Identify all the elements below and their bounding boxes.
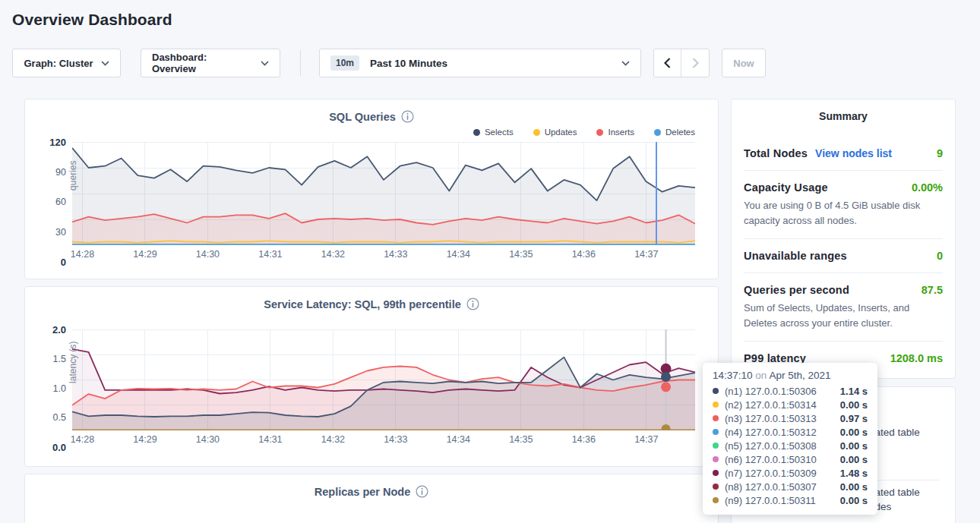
service-latency-chart-card: Service Latency: SQL, 99th percentile 2.…: [24, 286, 719, 467]
node-color-dot: [713, 415, 719, 421]
node-color-dot: [713, 470, 719, 476]
info-icon[interactable]: [401, 110, 414, 125]
legend-item-deletes: Deletes: [654, 125, 695, 139]
time-step-forward-button[interactable]: [681, 49, 709, 77]
summary-row-unavailable: Unavailable ranges 0: [744, 250, 943, 262]
chart-hover-tooltip: 14:37:10 on Apr 5th, 2021 (n1) 127.0.0.1…: [703, 363, 877, 515]
time-range-label: Past 10 Minutes: [370, 58, 621, 69]
node-color-dot: [713, 402, 719, 408]
tooltip-node-row: (n6) 127.0.0.1:503100.00 s: [713, 452, 868, 466]
unavailable-ranges-value: 0: [937, 250, 943, 262]
tooltip-node-row: (n3) 127.0.0.1:503130.97 s: [713, 411, 868, 425]
x-tick-label: 14:36: [572, 434, 596, 445]
capacity-usage-desc: You are using 0 B of 4.5 GiB usable disk…: [744, 198, 943, 228]
x-tick-label: 14:33: [384, 434, 407, 445]
dashboard-dropdown[interactable]: Dashboard: Overview: [141, 49, 280, 77]
tooltip-node-row: (n8) 127.0.0.1:503070.00 s: [713, 480, 868, 493]
now-button-label: Now: [733, 58, 754, 69]
y-axis-label: queries: [68, 134, 78, 217]
x-tick-label: 14:32: [321, 249, 345, 260]
x-tick-label: 14:28: [71, 434, 94, 445]
chart-title: Replicas per Node: [315, 486, 411, 498]
node-color-dot: [713, 388, 719, 394]
graph-scope-dropdown[interactable]: Graph: Cluster: [12, 49, 121, 77]
node-latency-value: 1.48 s: [840, 468, 868, 479]
legend-dot: [473, 129, 480, 136]
y-tick-label: 90: [55, 167, 66, 178]
y-axis-label: latency (s): [68, 320, 78, 404]
summary-title: Summary: [744, 99, 943, 122]
x-tick-label: 14:29: [133, 434, 156, 445]
legend-dot: [654, 129, 661, 136]
capacity-usage-label: Capacity Usage: [744, 181, 828, 194]
y-tick-label: 60: [55, 197, 66, 207]
y-tick-label: 1.0: [53, 383, 66, 394]
legend-dot: [533, 129, 540, 136]
chevron-left-icon: [664, 58, 671, 68]
p99-latency-value: 1208.0 ms: [890, 352, 943, 364]
y-tick-label: 1.5: [53, 354, 66, 364]
x-axis-ticks: 14:2814:2914:3014:3114:3214:3314:3414:35…: [72, 245, 695, 262]
node-color-dot: [713, 456, 719, 462]
chart-plot[interactable]: queries: [72, 142, 695, 245]
node-color-dot: [713, 484, 719, 490]
x-tick-label: 14:31: [258, 434, 282, 445]
chart-title-row: Replicas per Node: [25, 474, 718, 493]
divider: [744, 341, 943, 342]
x-tick-label: 14:34: [447, 434, 470, 445]
time-range-badge: 10m: [330, 55, 359, 71]
y-tick-label: 30: [55, 227, 66, 238]
node-color-dot: [713, 429, 719, 435]
legend-label: Deletes: [665, 128, 695, 137]
node-color-dot: [713, 497, 719, 503]
y-tick-label: 0.0: [52, 442, 66, 453]
legend-item-selects: Selects: [473, 125, 514, 139]
info-icon[interactable]: [416, 485, 428, 500]
time-step-back-button[interactable]: [654, 49, 681, 77]
x-tick-label: 14:35: [509, 434, 533, 445]
node-latency-value: 0.00 s: [840, 399, 868, 411]
divider: [744, 238, 943, 239]
chart-title-row: SQL Queries: [25, 99, 718, 118]
tooltip-node-row: (n2) 127.0.0.1:503140.00 s: [713, 398, 868, 411]
qps-label: Queries per second: [744, 284, 849, 296]
info-icon[interactable]: [466, 298, 479, 313]
chevron-down-icon: [261, 61, 269, 66]
chart-legend: SelectsUpdatesInsertsDeletes: [72, 125, 695, 139]
summary-row-qps: Queries per second 87.5 Sum of Selects, …: [744, 284, 943, 330]
node-latency-value: 0.00 s: [840, 495, 868, 506]
node-address: (n3) 127.0.0.1:50313: [725, 413, 836, 424]
time-range-dropdown[interactable]: 10m Past 10 Minutes: [319, 49, 641, 77]
node-latency-value: 0.97 s: [840, 413, 868, 424]
x-tick-label: 14:32: [321, 434, 345, 445]
summary-panel: Summary Total Nodes View nodes list 9 Ca…: [731, 99, 956, 379]
tooltip-node-row: (n4) 127.0.0.1:503120.00 s: [713, 425, 868, 439]
x-tick-label: 14:37: [634, 434, 658, 445]
tooltip-node-row: (n1) 127.0.0.1:503061.14 s: [713, 384, 868, 398]
total-nodes-label: Total Nodes: [744, 147, 808, 159]
y-tick-label: 120: [49, 137, 66, 148]
x-tick-label: 14:30: [196, 249, 220, 260]
chart-svg: [72, 329, 695, 430]
x-axis-ticks: 14:2814:2914:3014:3114:3214:3314:3414:35…: [72, 430, 695, 447]
tooltip-node-row: (n9) 127.0.0.1:503110.00 s: [713, 493, 868, 507]
view-nodes-list-link[interactable]: View nodes list: [815, 147, 892, 159]
plot-wrap: 1209060300 queries 14:2814:2914:3014:311…: [25, 142, 718, 262]
charts-column: SQL Queries SelectsUpdatesInsertsDeletes…: [24, 99, 719, 523]
qps-value: 87.5: [922, 284, 943, 296]
legend-label: Inserts: [608, 128, 634, 137]
summary-row-total-nodes: Total Nodes View nodes list 9: [744, 147, 943, 159]
legend-item-inserts: Inserts: [596, 125, 634, 139]
dashboard-controls: Graph: Cluster Dashboard: Overview 10m P…: [12, 49, 968, 77]
x-tick-label: 14:29: [133, 249, 156, 260]
chart-plot[interactable]: latency (s): [72, 329, 695, 430]
node-latency-value: 0.00 s: [840, 427, 868, 438]
x-tick-label: 14:37: [634, 249, 658, 260]
chevron-down-icon: [101, 61, 109, 66]
node-address: (n9) 127.0.0.1:50311: [725, 495, 836, 506]
chart-title: SQL Queries: [329, 111, 396, 123]
now-button[interactable]: Now: [722, 49, 766, 77]
x-tick-label: 14:33: [384, 249, 407, 260]
capacity-usage-value: 0.00%: [912, 181, 943, 194]
time-step-buttons: [653, 49, 710, 77]
